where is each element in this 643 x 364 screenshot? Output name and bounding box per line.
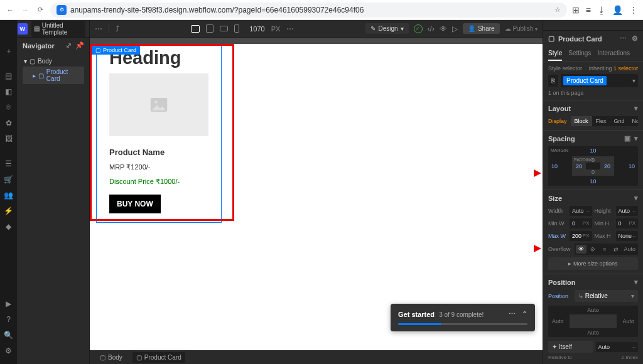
share-button[interactable]: 👤 Share <box>463 23 500 34</box>
browser-reload[interactable]: ⟳ <box>35 5 45 15</box>
width-input[interactable]: Auto– <box>570 206 592 216</box>
settings-gear-icon[interactable]: ⚙ <box>632 35 638 43</box>
more-icon[interactable]: ⋯ <box>95 24 102 33</box>
minw-input[interactable]: 0PX <box>570 218 592 228</box>
ecommerce-icon[interactable]: 🛒 <box>4 174 14 185</box>
play-icon[interactable]: ▷ <box>452 24 458 33</box>
padding-top[interactable]: 0 <box>592 157 595 163</box>
logic-icon[interactable]: ⚡ <box>4 206 14 216</box>
overflow-scroll-x[interactable]: ⇄ <box>611 245 622 254</box>
unknown-ext-icon[interactable]: ≡ <box>586 5 591 15</box>
display-none[interactable]: None <box>629 116 638 126</box>
styles-icon[interactable]: ✿ <box>4 118 14 128</box>
overflow-scroll[interactable]: ≡ <box>599 245 610 254</box>
position-offset-editor[interactable]: Auto Auto Auto Auto <box>548 306 638 337</box>
browser-back[interactable]: ← <box>5 5 15 15</box>
chevron-down-icon[interactable]: ▾ <box>634 104 638 112</box>
chevron-down-icon[interactable]: ▾ <box>634 278 638 286</box>
display-grid[interactable]: Grid <box>610 116 629 126</box>
publish-button[interactable]: ☁ Publish ▾ <box>505 25 538 32</box>
extensions-icon[interactable]: ⊞ <box>572 5 580 15</box>
tab-settings[interactable]: Settings <box>568 46 591 61</box>
zindex-input[interactable]: Auto– <box>596 342 639 352</box>
breadcrumb-product-card[interactable]: ▢ Product Card <box>132 352 185 363</box>
status-check-icon[interactable]: ✓ <box>414 24 423 33</box>
bp-tablet[interactable] <box>206 24 213 33</box>
webflow-logo[interactable]: W <box>18 23 28 35</box>
assets-icon[interactable]: 🖼 <box>4 134 14 144</box>
product-mrp[interactable]: MRP ₹1200/- <box>109 163 208 171</box>
pages-icon[interactable]: ▤ <box>4 71 14 81</box>
selection-badge[interactable]: ▢ Product Card <box>92 46 140 55</box>
browser-menu[interactable]: ⋮ <box>629 5 638 15</box>
display-block[interactable]: Block <box>571 116 592 126</box>
spacing-editor[interactable]: MARGIN 10 10 10 10 PADDING 0 0 20 20 <box>548 146 638 186</box>
chevron-down-icon[interactable]: ▾ <box>634 194 638 202</box>
export-icon[interactable]: ⤴ <box>109 24 119 33</box>
toast-more-icon[interactable]: ⋯ <box>509 310 516 318</box>
apps-icon[interactable]: ◆ <box>4 222 14 232</box>
bp-phone-landscape[interactable] <box>220 26 228 31</box>
relative-to-select[interactable]: ✦ Itself <box>548 341 593 353</box>
minh-input[interactable]: 0PX <box>616 218 639 228</box>
class-chip[interactable]: Product Card <box>563 76 607 85</box>
padding-left[interactable]: 20 <box>576 163 582 169</box>
product-name[interactable]: Product Name <box>109 147 208 157</box>
settings-icon[interactable]: ⚙ <box>4 346 14 356</box>
variables-icon[interactable]: ⚛ <box>4 102 14 112</box>
maxh-input[interactable]: None– <box>616 231 639 241</box>
users-icon[interactable]: 👥 <box>4 190 14 200</box>
page-selector[interactable]: ▤ Untitled Template <box>31 21 85 37</box>
more-size-options[interactable]: ▸ More size options <box>548 257 638 270</box>
video-icon[interactable]: ▶ <box>4 299 14 309</box>
class-selector[interactable]: Product Card ▾ <box>561 74 638 87</box>
margin-right[interactable]: 10 <box>629 163 635 169</box>
cms-icon[interactable]: ☰ <box>4 159 14 169</box>
product-card-element[interactable]: Heading Product Name MRP ₹1200/- Discoun… <box>96 44 222 223</box>
margin-left[interactable]: 10 <box>551 163 558 169</box>
overflow-auto[interactable]: Auto <box>623 245 637 254</box>
tree-item-body[interactable]: ▾ ▢ Body <box>23 56 84 67</box>
height-input[interactable]: Auto– <box>616 206 639 216</box>
buy-now-button[interactable]: BUY NOW <box>109 195 161 213</box>
code-icon[interactable]: ‹/› <box>428 24 435 33</box>
collapse-icon[interactable]: ⤢ <box>66 41 72 50</box>
position-select[interactable]: ↳ Relative ▾ <box>575 290 638 302</box>
breadcrumb-body[interactable]: ▢ Body <box>96 352 126 363</box>
components-icon[interactable]: ◧ <box>4 87 14 97</box>
spacing-section-title: Spacing <box>548 135 575 142</box>
site-info-icon[interactable]: ⚙ <box>57 5 67 15</box>
chevron-down-icon[interactable]: ▾ <box>634 134 638 142</box>
more-icon[interactable]: ⋯ <box>620 35 627 43</box>
padding-bottom[interactable]: 0 <box>592 169 595 175</box>
search-icon[interactable]: 🔍 <box>4 330 14 340</box>
download-icon[interactable]: ⭳ <box>597 5 606 15</box>
overflow-visible[interactable]: 👁 <box>576 245 586 254</box>
help-icon[interactable]: ? <box>4 314 14 324</box>
preview-icon[interactable]: 👁 <box>440 24 447 33</box>
pin-icon[interactable]: 📌 <box>75 41 84 50</box>
tree-item-product-card[interactable]: ▸ ▢ Product Card <box>23 67 84 84</box>
tab-style[interactable]: Style <box>548 46 562 61</box>
bp-add-icon[interactable]: ⋯ <box>286 24 294 33</box>
selector-target-icon[interactable]: ⎘ <box>548 75 558 87</box>
profile-avatar[interactable]: 👤 <box>612 5 623 15</box>
browser-url-bar[interactable]: ⚙ anupams-trendy-site-5f98f3.design.webf… <box>50 3 567 18</box>
overflow-hidden[interactable]: ⊘ <box>588 245 598 254</box>
spacing-link-icon[interactable]: ▣ <box>624 134 630 142</box>
onboarding-toast[interactable]: Get started 3 of 9 complete! ⋯ ⌃ <box>391 304 535 331</box>
bp-phone[interactable] <box>234 24 239 33</box>
image-placeholder[interactable] <box>109 73 208 136</box>
star-icon[interactable]: ☆ <box>554 6 561 14</box>
display-flex[interactable]: Flex <box>592 116 610 126</box>
tab-interactions[interactable]: Interactions <box>597 46 630 61</box>
toast-collapse-icon[interactable]: ⌃ <box>522 310 527 318</box>
padding-right[interactable]: 20 <box>604 163 610 169</box>
mode-toggle[interactable]: ✎ Design ▾ <box>365 23 408 34</box>
product-discount[interactable]: Discount Price ₹1000/- <box>109 178 208 186</box>
add-element-icon[interactable]: ＋ <box>4 46 14 56</box>
maxw-input[interactable]: 200PX <box>570 231 592 241</box>
browser-forward[interactable]: → <box>20 5 30 15</box>
bp-desktop[interactable] <box>191 25 200 33</box>
canvas-width[interactable]: 1070 <box>249 25 264 33</box>
